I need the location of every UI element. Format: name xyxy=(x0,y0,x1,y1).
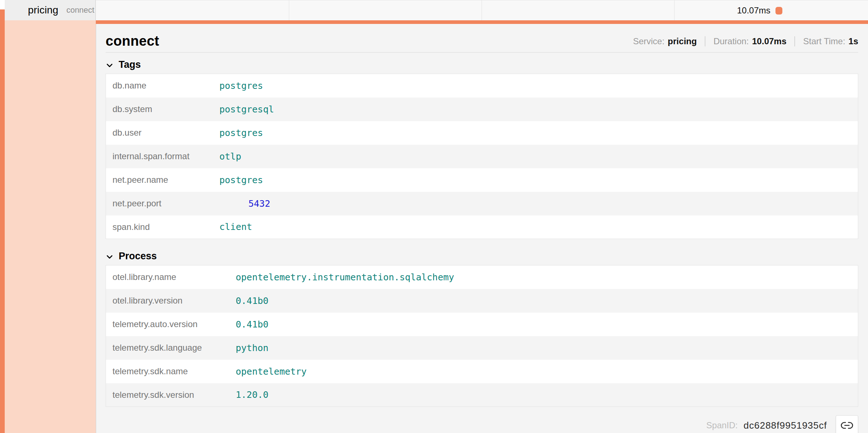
process-accordion-toggle[interactable]: Process xyxy=(106,248,858,264)
span-timeline-row[interactable]: pricing connect 10.07ms xyxy=(0,0,868,20)
table-row: otel.library.version0.41b0 xyxy=(106,289,858,313)
span-service-name: pricing xyxy=(28,4,58,16)
attribute-key: otel.library.name xyxy=(106,265,236,289)
link-icon xyxy=(841,421,853,429)
attribute-key: db.system xyxy=(106,98,220,121)
attribute-key: internal.span.format xyxy=(106,145,220,168)
attribute-key: net.peer.name xyxy=(106,168,220,192)
table-row: db.namepostgres xyxy=(106,74,858,98)
span-name-cell[interactable]: pricing connect xyxy=(5,0,96,20)
chevron-down-icon xyxy=(106,61,114,69)
attribute-key: db.user xyxy=(106,121,220,145)
span-overview-stats: Service: pricing Duration: 10.07ms Start… xyxy=(625,36,858,46)
attribute-value: 1.20.0 xyxy=(236,383,858,407)
span-operation-name: connect xyxy=(66,5,94,15)
duration-label: Duration: xyxy=(713,36,749,46)
chevron-down-icon xyxy=(106,253,114,261)
span-bar-chip xyxy=(775,7,782,15)
service-label: Service: xyxy=(633,36,664,46)
attribute-key: otel.library.version xyxy=(106,289,236,313)
table-row: internal.span.formatotlp xyxy=(106,145,858,168)
span-detail-footer: SpanID: dc6288f9951935cf xyxy=(106,415,858,433)
process-section-title: Process xyxy=(119,251,157,262)
attribute-value: opentelemetry.instrumentation.sqlalchemy xyxy=(236,265,858,289)
table-row: db.userpostgres xyxy=(106,121,858,145)
tags-table: db.namepostgresdb.systempostgresqldb.use… xyxy=(106,74,858,239)
attribute-key: net.peer.port xyxy=(106,192,220,215)
attribute-key: telemetry.sdk.name xyxy=(106,360,236,383)
attribute-key: db.name xyxy=(106,74,220,98)
table-row: telemetry.sdk.nameopentelemetry xyxy=(106,360,858,383)
table-row: telemetry.sdk.version1.20.0 xyxy=(106,383,858,407)
table-row: otel.library.nameopentelemetry.instrumen… xyxy=(106,265,858,289)
attribute-value: python xyxy=(236,336,858,360)
detail-row-expanded-accent xyxy=(96,20,868,24)
span-detail-panel: connect Service: pricing Duration: 10.07… xyxy=(96,24,868,433)
tags-accordion-toggle[interactable]: Tags xyxy=(106,57,858,72)
process-table: otel.library.nameopentelemetry.instrumen… xyxy=(106,265,858,407)
table-row: net.peer.namepostgres xyxy=(106,168,858,192)
start-time-label: Start Time: xyxy=(803,36,845,46)
attribute-value: 0.41b0 xyxy=(236,289,858,313)
table-row: net.peer.port5432 xyxy=(106,192,858,215)
timeline-gridline xyxy=(674,0,675,21)
attribute-key: telemetry.sdk.version xyxy=(106,383,236,407)
table-row: span.kindclient xyxy=(106,215,858,239)
spanid-value: dc6288f9951935cf xyxy=(744,420,827,431)
attribute-value: client xyxy=(220,215,858,239)
table-row: telemetry.sdk.languagepython xyxy=(106,336,858,360)
attribute-key: span.kind xyxy=(106,215,220,239)
attribute-value: postgres xyxy=(220,74,858,98)
timeline-gridline xyxy=(482,0,482,21)
service-value: pricing xyxy=(668,36,697,46)
duration-value: 10.07ms xyxy=(752,36,787,46)
header-divider xyxy=(106,52,858,53)
attribute-value: postgres xyxy=(220,168,858,192)
attribute-key: telemetry.sdk.language xyxy=(106,336,236,360)
attribute-value: 0.41b0 xyxy=(236,313,858,336)
attribute-value: postgres xyxy=(220,121,858,145)
table-row: db.systempostgresql xyxy=(106,98,858,121)
selected-row-highlight-column xyxy=(5,20,96,433)
tags-section-title: Tags xyxy=(119,59,141,70)
spanid-label: SpanID: xyxy=(706,420,738,430)
timeline-gridline xyxy=(289,0,289,21)
span-duration-label: 10.07ms xyxy=(737,5,770,16)
span-color-left-accent xyxy=(0,9,5,433)
span-timeline-cell[interactable]: 10.07ms xyxy=(96,0,868,20)
table-row: telemetry.auto.version0.41b0 xyxy=(106,313,858,336)
attribute-key: telemetry.auto.version xyxy=(106,313,236,336)
attribute-value: otlp xyxy=(220,145,858,168)
attribute-value: 5432 xyxy=(220,192,858,215)
attribute-value: opentelemetry xyxy=(236,360,858,383)
copy-link-button[interactable] xyxy=(836,415,858,433)
attribute-value: postgresql xyxy=(220,98,858,121)
start-time-value: 1s xyxy=(848,36,858,46)
